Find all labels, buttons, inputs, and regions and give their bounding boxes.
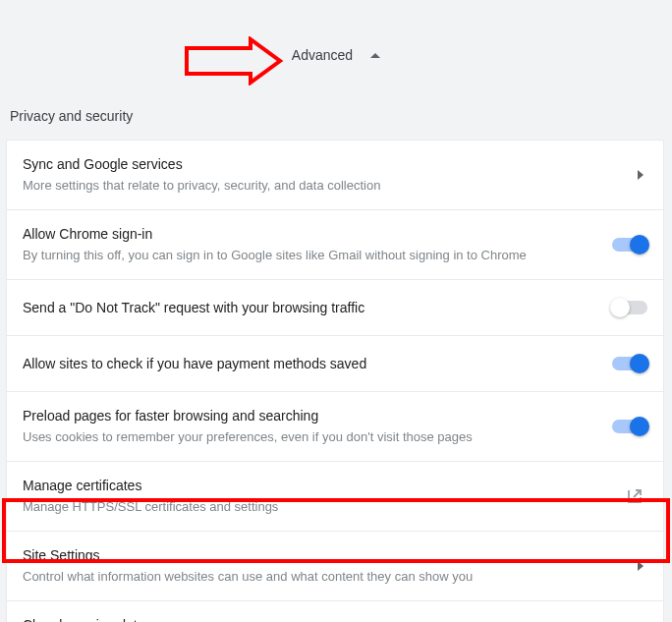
item-text: Manage certificates Manage HTTPS/SSL cer…: [23, 476, 626, 517]
item-text: Preload pages for faster browsing and se…: [23, 406, 612, 447]
site-settings-item[interactable]: Site Settings Control what information w…: [7, 532, 663, 601]
do-not-track-item[interactable]: Send a "Do Not Track" request with your …: [7, 280, 663, 336]
settings-list: Sync and Google services More settings t…: [6, 140, 664, 622]
red-arrow-annotation: [182, 36, 285, 85]
item-text: Allow sites to check if you have payment…: [23, 354, 612, 373]
toggle-switch[interactable]: [612, 420, 647, 433]
item-subtitle: By turning this off, you can sign in to …: [23, 246, 592, 265]
item-title: Preload pages for faster browsing and se…: [23, 406, 592, 425]
external-link-icon: [626, 487, 644, 505]
item-subtitle: Manage HTTPS/SSL certificates and settin…: [23, 497, 606, 517]
item-title: Send a "Do Not Track" request with your …: [23, 298, 592, 317]
chevron-up-icon: [370, 53, 380, 58]
item-subtitle: Uses cookies to remember your preference…: [23, 427, 592, 447]
item-text: Send a "Do Not Track" request with your …: [23, 298, 612, 317]
item-title: Sync and Google services: [23, 154, 618, 174]
payment-methods-item[interactable]: Allow sites to check if you have payment…: [7, 336, 663, 392]
toggle-switch[interactable]: [612, 357, 647, 370]
manage-certificates-item[interactable]: Manage certificates Manage HTTPS/SSL cer…: [7, 462, 663, 532]
item-text: Site Settings Control what information w…: [23, 545, 638, 587]
sync-google-services-item[interactable]: Sync and Google services More settings t…: [7, 141, 663, 210]
chevron-right-icon: [638, 170, 644, 180]
item-text: Clear browsing data Clear history, cooki…: [23, 615, 638, 622]
item-title: Clear browsing data: [23, 615, 618, 622]
clear-browsing-data-item[interactable]: Clear browsing data Clear history, cooki…: [7, 601, 663, 622]
preload-pages-item[interactable]: Preload pages for faster browsing and se…: [7, 392, 663, 462]
item-subtitle: Control what information websites can us…: [23, 567, 618, 587]
allow-chrome-signin-item[interactable]: Allow Chrome sign-in By turning this off…: [7, 210, 663, 280]
item-title: Allow Chrome sign-in: [23, 224, 592, 244]
item-text: Sync and Google services More settings t…: [23, 154, 638, 196]
advanced-label: Advanced: [292, 47, 353, 63]
item-text: Allow Chrome sign-in By turning this off…: [23, 224, 612, 265]
chevron-right-icon: [638, 561, 644, 571]
item-subtitle: More settings that relate to privacy, se…: [23, 176, 618, 196]
item-title: Site Settings: [23, 545, 618, 565]
toggle-switch[interactable]: [612, 301, 647, 314]
item-title: Allow sites to check if you have payment…: [23, 354, 592, 373]
toggle-switch[interactable]: [612, 238, 647, 252]
section-header: Privacy and security: [0, 98, 672, 134]
item-title: Manage certificates: [23, 476, 606, 495]
advanced-header[interactable]: Advanced: [0, 0, 672, 90]
